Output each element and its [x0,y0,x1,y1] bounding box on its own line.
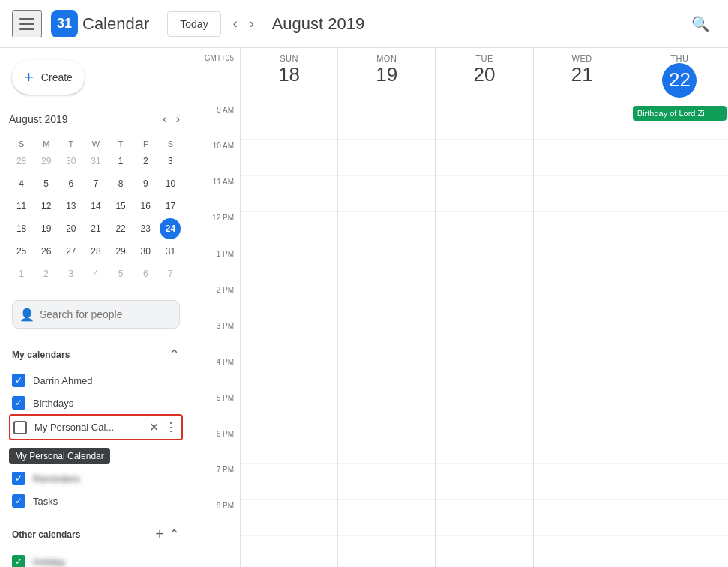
darrin-checkbox[interactable] [12,374,25,387]
next-button[interactable]: › [244,10,260,38]
mini-day[interactable]: 11 [11,196,32,217]
hour-cell[interactable] [241,464,337,500]
hour-cell[interactable] [534,140,631,176]
mini-day[interactable]: 13 [61,196,82,217]
mini-day[interactable]: 3 [61,263,82,284]
hour-cell[interactable] [241,284,337,320]
create-button[interactable]: + Create [12,60,85,94]
hour-cell[interactable] [338,176,435,212]
hour-cell[interactable] [631,428,728,464]
reminders-checkbox[interactable] [12,472,25,485]
mini-day[interactable]: 18 [11,218,32,239]
hour-cell[interactable] [534,428,631,464]
hour-cell[interactable] [241,176,337,212]
today-button[interactable]: Today [167,11,220,37]
personal-close-button[interactable]: ✕ [148,418,160,436]
hour-cell[interactable] [436,176,532,212]
hour-cell[interactable] [241,428,337,464]
mini-day[interactable]: 29 [36,151,57,172]
calendar-item-holiday[interactable]: ✓ Holiday [9,550,183,567]
mini-day[interactable]: 1 [110,151,131,172]
hour-cell[interactable] [631,320,728,356]
mini-day[interactable]: 8 [110,173,131,194]
mini-day[interactable]: 16 [135,196,156,217]
mini-day[interactable]: 5 [36,173,57,194]
hour-cell[interactable] [436,248,532,284]
hour-cell[interactable] [534,284,631,320]
mini-day[interactable]: 31 [160,241,181,262]
hour-cell[interactable] [534,464,631,500]
hour-cell[interactable] [631,284,728,320]
prev-button[interactable]: ‹ [227,10,244,38]
mini-day[interactable]: 1 [11,263,32,284]
hour-cell[interactable] [631,140,728,176]
my-calendars-header[interactable]: My calendars ⌃ [9,340,183,369]
calendar-item-tasks[interactable]: Tasks [9,490,183,512]
hour-cell[interactable] [631,212,728,248]
day-col-tue[interactable] [435,104,532,567]
hour-cell[interactable] [241,500,337,536]
hour-cell[interactable] [338,356,435,392]
search-button[interactable]: 🔍 [685,9,716,39]
hour-cell[interactable] [338,500,435,536]
mini-day[interactable]: 23 [135,218,156,239]
mini-day[interactable]: 7 [85,173,106,194]
hour-cell[interactable] [338,392,435,428]
hour-cell[interactable] [338,248,435,284]
mini-day[interactable]: 6 [61,173,82,194]
hour-cell[interactable] [241,248,337,284]
mini-day[interactable]: 4 [11,173,32,194]
other-calendars-header[interactable]: Other calendars + ⌃ [9,518,183,550]
hour-cell[interactable] [338,428,435,464]
hour-cell[interactable] [338,212,435,248]
mini-day[interactable]: 12 [36,196,57,217]
add-other-calendar-button[interactable]: + [154,524,166,544]
birthdays-checkbox[interactable] [12,396,25,410]
day-col-mon[interactable] [337,104,435,567]
mini-day[interactable]: 9 [135,173,156,194]
hour-cell[interactable] [534,212,631,248]
hour-cell[interactable] [631,176,728,212]
hour-cell[interactable] [631,500,728,536]
hour-cell[interactable] [436,104,532,140]
hour-cell[interactable] [534,104,631,140]
calendar-item-personal[interactable]: My Personal Cal... ✕ ⋮ [9,414,183,440]
hour-cell[interactable] [436,320,532,356]
hour-cell[interactable] [241,140,337,176]
mini-day[interactable]: 30 [135,241,156,262]
hour-cell[interactable] [436,284,532,320]
hour-cell[interactable] [241,356,337,392]
mini-day[interactable]: 21 [85,218,106,239]
mini-day[interactable]: 27 [61,241,82,262]
day-col-sun[interactable] [240,104,337,567]
hour-cell[interactable] [534,176,631,212]
mini-day[interactable]: 25 [11,241,32,262]
mini-day[interactable]: 30 [61,151,82,172]
hour-cell[interactable] [534,392,631,428]
hour-cell[interactable] [338,320,435,356]
personal-checkbox[interactable] [13,421,27,434]
hour-cell[interactable] [338,284,435,320]
birthday-event[interactable]: Birthday of Lord Zi [633,106,727,121]
hour-cell[interactable] [436,356,532,392]
hour-cell[interactable] [631,356,728,392]
mini-day[interactable]: 6 [135,263,156,284]
mini-day[interactable]: 5 [110,263,131,284]
calendar-item-darrin[interactable]: Darrin Ahmed [9,369,183,392]
hour-cell[interactable] [436,500,532,536]
mini-day[interactable]: 2 [135,151,156,172]
mini-day[interactable]: 2 [36,263,57,284]
hour-cell[interactable] [436,464,532,500]
hour-cell[interactable] [241,392,337,428]
mini-day[interactable]: 4 [85,263,106,284]
hour-cell[interactable] [631,248,728,284]
mini-day[interactable]: 3 [160,151,181,172]
hour-cell[interactable] [534,320,631,356]
mini-day[interactable]: 28 [85,241,106,262]
hour-cell[interactable] [534,356,631,392]
hour-cell[interactable] [338,104,435,140]
mini-day[interactable]: 14 [85,196,106,217]
day-col-wed[interactable] [533,104,631,567]
mini-cal-prev[interactable]: ‹ [160,110,169,129]
hour-cell[interactable] [534,248,631,284]
